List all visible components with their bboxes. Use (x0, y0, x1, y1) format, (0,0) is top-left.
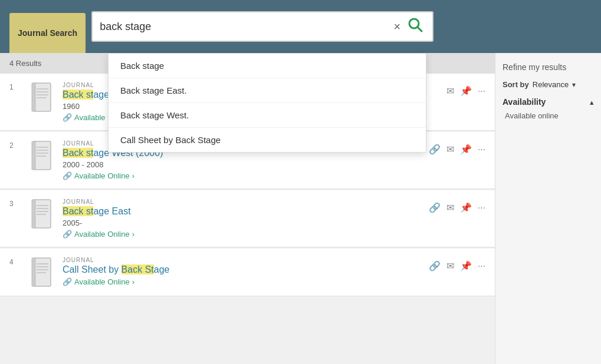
clear-button[interactable]: × (389, 20, 405, 34)
book-icon (29, 198, 54, 229)
search-input[interactable] (100, 21, 389, 33)
svg-rect-21 (32, 258, 35, 286)
available-link[interactable]: 🔗 Available Online › (63, 277, 423, 286)
pin-button[interactable]: 📌 (460, 144, 472, 155)
available-link[interactable]: 🔗 Available Online › (63, 171, 423, 180)
arrow-icon: › (132, 230, 134, 239)
sort-row: Sort by Relevance ▾ (503, 80, 594, 89)
email-button[interactable]: ✉ (446, 144, 454, 155)
svg-rect-9 (32, 141, 35, 170)
chevron-down-icon[interactable]: ▾ (572, 81, 576, 89)
available-link[interactable]: 🔗 Available Online › (63, 230, 423, 239)
tab-label: Journal Search (18, 28, 77, 38)
result-content: JOURNAL Call Sheet by Back Stage 🔗 Avail… (63, 257, 423, 286)
table-row: 3 JOURNAL Back stage East 2005- 🔗 Availa… (0, 190, 495, 247)
result-number: 1 (9, 83, 21, 91)
result-actions: 🔗 ✉ 📌 ··· (429, 202, 485, 213)
more-button[interactable]: ··· (478, 203, 485, 213)
availability-option[interactable]: Available online (503, 111, 594, 120)
link-icon: 🔗 (63, 113, 72, 122)
autocomplete-dropdown: Back stage Back stage East. Back stage W… (108, 53, 426, 153)
link-icon: 🔗 (63, 171, 72, 180)
table-row: 4 JOURNAL Call Sheet by Back Stage 🔗 Ava… (0, 249, 495, 296)
result-number: 2 (9, 141, 21, 150)
email-button[interactable]: ✉ (446, 260, 454, 272)
result-content: JOURNAL Back stage East 2005- 🔗 Availabl… (63, 198, 423, 239)
email-button[interactable]: ✉ (446, 85, 454, 97)
availability-header: Availability ▴ (503, 97, 594, 107)
result-title[interactable]: Call Sheet by Back Stage (63, 264, 423, 275)
svg-line-1 (418, 27, 422, 31)
link-button[interactable]: 🔗 (429, 202, 441, 213)
more-button[interactable]: ··· (478, 144, 485, 155)
link-icon: 🔗 (63, 277, 72, 286)
search-bar: × (91, 11, 433, 42)
pin-button[interactable]: 📌 (460, 85, 472, 97)
autocomplete-item-2[interactable]: Back stage East. (109, 78, 426, 103)
book-icon (29, 140, 54, 171)
availability-label: Availability (503, 97, 546, 107)
result-actions: ✉ 📌 ··· (446, 85, 485, 97)
result-date: 2000 - 2008 (63, 160, 423, 169)
book-icon (29, 257, 54, 287)
pin-button[interactable]: 📌 (460, 202, 472, 213)
more-button[interactable]: ··· (478, 261, 485, 272)
svg-rect-15 (32, 200, 35, 228)
sort-label: Sort by (503, 80, 529, 89)
more-button[interactable]: ··· (478, 86, 485, 97)
autocomplete-item-1[interactable]: Back stage (109, 54, 426, 78)
result-type: JOURNAL (63, 198, 423, 205)
search-icon (408, 17, 423, 32)
sort-value: Relevance (533, 80, 569, 89)
journal-search-tab[interactable]: Journal Search (9, 13, 86, 53)
result-type: JOURNAL (63, 257, 423, 263)
arrow-icon: › (132, 171, 134, 180)
result-number: 4 (9, 258, 21, 266)
result-actions: 🔗 ✉ 📌 ··· (429, 144, 485, 155)
header: Journal Search × (0, 0, 601, 53)
arrow-icon: › (132, 277, 134, 286)
link-button[interactable]: 🔗 (429, 144, 441, 155)
result-actions: 🔗 ✉ 📌 ··· (429, 260, 485, 272)
pin-button[interactable]: 📌 (460, 260, 472, 272)
autocomplete-item-4[interactable]: Call Sheet by Back Stage (109, 128, 426, 152)
autocomplete-item-3[interactable]: Back stage West. (109, 103, 426, 128)
email-button[interactable]: ✉ (446, 202, 454, 213)
sidebar: Refine my results Sort by Relevance ▾ Av… (495, 53, 601, 364)
result-date: 2005- (63, 219, 423, 227)
result-number: 3 (9, 200, 21, 208)
sidebar-title: Refine my results (503, 62, 594, 72)
link-button[interactable]: 🔗 (429, 260, 441, 272)
book-icon (29, 82, 54, 112)
link-icon: 🔗 (63, 230, 72, 239)
result-title[interactable]: Back stage East (63, 206, 423, 217)
svg-rect-3 (32, 83, 35, 111)
search-button[interactable] (405, 17, 425, 36)
availability-toggle[interactable]: ▴ (590, 98, 594, 107)
